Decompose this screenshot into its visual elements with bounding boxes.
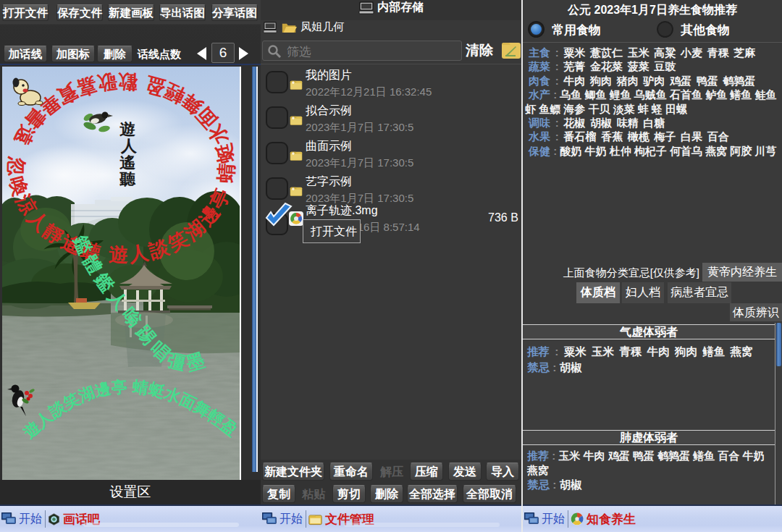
svg-text:遊人遙聽: 遊人遙聽 bbox=[119, 120, 138, 188]
